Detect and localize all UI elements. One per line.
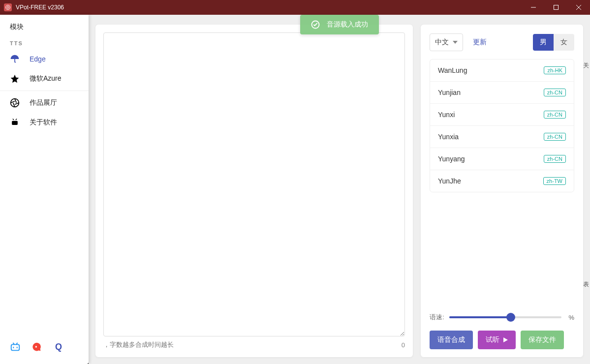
chevron-down-icon — [453, 41, 458, 44]
success-toast: 音源载入成功 — [300, 15, 379, 34]
minimize-button[interactable] — [522, 0, 545, 15]
preview-button[interactable]: 试听 — [478, 331, 516, 349]
btn-label: 试听 — [486, 335, 499, 344]
save-file-button[interactable]: 保存文件 — [521, 331, 564, 349]
speed-label: 语速: — [430, 313, 444, 322]
sidebar: 模块 TTS Edge 微软Azure 作品展厅 — [0, 15, 89, 364]
bilibili-icon[interactable] — [10, 341, 21, 352]
voice-name: Yunxi — [438, 111, 455, 119]
voice-row[interactable]: Yunxi zh-CN — [430, 104, 574, 126]
synthesize-button[interactable]: 语音合成 — [430, 331, 473, 349]
sidebar-item-label: Edge — [30, 55, 46, 63]
gender-female-button[interactable]: 女 — [554, 34, 574, 51]
voice-tag: zh-CN — [544, 111, 566, 119]
window-title: VPot-FREE v2306 — [16, 4, 64, 11]
svg-line-10 — [13, 119, 14, 120]
maximize-button[interactable] — [545, 0, 567, 15]
language-select-value: 中文 — [435, 38, 449, 47]
voice-row[interactable]: Yunyang zh-CN — [430, 148, 574, 170]
voice-list: WanLung zh-HK Yunjian zh-CN Yunxi zh-CN … — [430, 59, 574, 192]
voice-row[interactable]: WanLung zh-HK — [430, 60, 574, 82]
svg-point-1 — [7, 6, 9, 8]
voice-tag: zh-TW — [543, 177, 566, 185]
language-select[interactable]: 中文 — [430, 33, 463, 51]
speed-unit: % — [566, 314, 574, 321]
editor-hint: ，字数越多合成时间越长 — [103, 340, 402, 349]
voice-name: WanLung — [438, 66, 467, 74]
text-input[interactable] — [103, 32, 405, 336]
svg-line-11 — [16, 119, 17, 120]
voice-tag: zh-CN — [544, 155, 566, 163]
voice-name: Yunxia — [438, 133, 459, 141]
voice-row[interactable]: Yunjian zh-CN — [430, 82, 574, 104]
voice-tag: zh-CN — [544, 89, 566, 96]
voice-tag: zh-HK — [544, 66, 566, 74]
svg-rect-7 — [12, 121, 18, 125]
gender-male-button[interactable]: 男 — [533, 34, 554, 51]
btn-label: 语音合成 — [437, 335, 465, 344]
svg-point-17 — [35, 346, 37, 347]
svg-rect-12 — [11, 344, 20, 350]
voice-name: Yunjian — [438, 89, 461, 96]
sidebar-item-about[interactable]: 关于软件 — [0, 113, 89, 132]
play-icon — [503, 337, 508, 342]
slider-thumb[interactable] — [506, 313, 515, 322]
sidebar-subhead-tts: TTS — [0, 36, 89, 49]
close-button[interactable] — [567, 0, 590, 15]
q-letter: Q — [55, 342, 62, 352]
voice-tag: zh-CN — [544, 133, 566, 141]
sidebar-item-label: 作品展厅 — [30, 98, 57, 107]
app-icon — [4, 3, 12, 11]
speed-slider[interactable] — [449, 316, 561, 318]
q-icon[interactable]: Q — [53, 341, 64, 352]
voice-panel: 中文 更新 男 女 WanLung zh-HK — [421, 25, 583, 357]
svg-point-6 — [11, 99, 19, 107]
umbrella-icon — [10, 54, 20, 64]
sidebar-item-label: 微软Azure — [30, 74, 62, 83]
sidebar-section-title: 模块 — [0, 15, 89, 36]
android-icon — [10, 118, 20, 127]
aperture-icon — [10, 98, 20, 108]
editor-card: ，字数越多合成时间越长 0 — [95, 25, 413, 357]
gender-toggle: 男 女 — [533, 34, 574, 51]
btn-label: 保存文件 — [528, 335, 556, 344]
char-count: 0 — [402, 341, 405, 349]
sidebar-item-label: 关于软件 — [30, 118, 57, 127]
toast-text: 音源载入成功 — [327, 20, 368, 29]
voice-row[interactable]: YunJhe zh-TW — [430, 170, 574, 192]
star-icon — [10, 74, 20, 84]
voice-row[interactable]: Yunxia zh-CN — [430, 126, 574, 148]
voice-name: YunJhe — [438, 177, 461, 185]
sidebar-item-azure[interactable]: 微软Azure — [0, 69, 89, 89]
update-link[interactable]: 更新 — [473, 38, 487, 47]
check-icon — [311, 20, 320, 29]
titlebar: VPot-FREE v2306 — [0, 0, 590, 15]
sidebar-item-gallery[interactable]: 作品展厅 — [0, 93, 89, 113]
chat-bubble-icon[interactable] — [31, 341, 42, 352]
svg-point-0 — [6, 5, 10, 10]
voice-name: Yunyang — [438, 155, 465, 163]
svg-rect-3 — [554, 5, 559, 10]
sidebar-item-edge[interactable]: Edge — [0, 49, 89, 69]
